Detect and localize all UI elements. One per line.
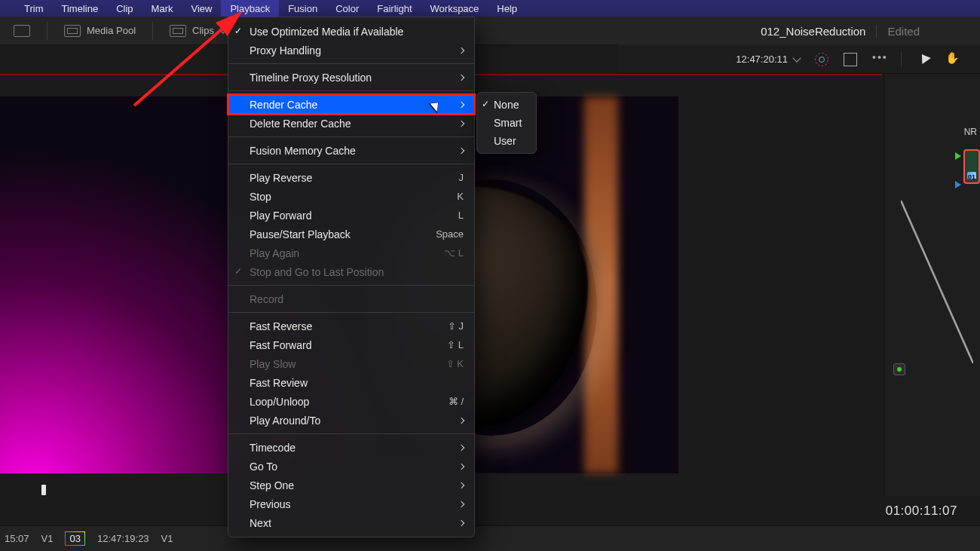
chevron-right-icon — [458, 120, 464, 126]
menu-mark[interactable]: Mark — [142, 0, 182, 17]
node-input-triangle-icon[interactable] — [955, 152, 961, 160]
submenu-item[interactable]: ✓None — [477, 96, 536, 114]
viewer-timecode[interactable]: 12:47:20:11 — [736, 54, 800, 65]
clips-icon — [170, 25, 186, 37]
chevron-right-icon — [458, 417, 464, 423]
menu-item-label: Fast Forward — [250, 339, 311, 351]
menu-item-label: Timeline Proxy Resolution — [250, 72, 372, 84]
node-output[interactable] — [893, 363, 905, 375]
menu-item-label: Next — [250, 517, 271, 529]
menu-item-label: Fast Reverse — [250, 320, 312, 332]
chevron-right-icon — [458, 74, 464, 80]
menu-view[interactable]: View — [182, 0, 221, 17]
menu-shortcut: L — [458, 210, 464, 221]
menu-item[interactable]: Timecode — [228, 438, 474, 457]
menu-item-label: Stop and Go to Last Position — [250, 266, 384, 278]
menu-item[interactable]: Play ReverseJ — [228, 168, 474, 187]
menu-item[interactable]: Fast Review — [228, 373, 474, 392]
submenu-item-label: None — [494, 99, 519, 111]
menu-item-label: Use Optimized Media if Available — [250, 26, 403, 38]
menu-item[interactable]: ✓Use Optimized Media if Available — [228, 22, 474, 41]
menu-item[interactable]: Step One — [228, 476, 474, 494]
menu-item[interactable]: Timeline Proxy Resolution — [228, 68, 474, 87]
separator — [47, 22, 47, 40]
menu-timeline[interactable]: Timeline — [53, 0, 108, 17]
clips-label: Clips — [192, 25, 214, 36]
menu-clip[interactable]: Clip — [107, 0, 142, 17]
submenu-item[interactable]: User — [477, 132, 536, 150]
menu-shortcut: ⇧ K — [446, 358, 464, 369]
menu-trim[interactable]: Trim — [15, 0, 53, 17]
checkmark-icon: ✓ — [234, 266, 242, 277]
menu-item[interactable]: Proxy Handling — [228, 41, 474, 60]
menu-fusion[interactable]: Fusion — [279, 0, 326, 17]
menu-item[interactable]: Fusion Memory Cache — [228, 141, 474, 160]
media-pool-label: Media Pool — [87, 25, 136, 36]
pan-tool-icon[interactable] — [945, 53, 959, 66]
menu-help[interactable]: Help — [488, 0, 526, 17]
menu-item-label: Timecode — [250, 442, 296, 454]
tool-unknown[interactable] — [8, 22, 36, 40]
node-thumbnail[interactable]: 01 — [963, 149, 980, 184]
pointer-tool-icon[interactable] — [917, 53, 930, 66]
image-wipe-icon[interactable] — [815, 53, 828, 66]
chevron-down-icon — [792, 54, 801, 62]
menu-item[interactable]: Fast Forward⇧ L — [228, 335, 474, 354]
menu-item[interactable]: Delete Render Cache — [228, 114, 474, 133]
node-graph[interactable]: NR 01 — [884, 74, 980, 496]
menu-item[interactable]: StopK — [228, 187, 474, 206]
menu-item[interactable]: Loop/Unloop⌘ / — [228, 392, 474, 411]
menu-item-label: Render Cache — [250, 99, 317, 111]
clip-header: 012_NoiseReduction Edited — [618, 17, 980, 45]
menu-item[interactable]: Go To — [228, 457, 474, 476]
chevron-right-icon — [458, 463, 464, 469]
menu-item[interactable]: Previous — [228, 494, 474, 513]
clip-number-chip[interactable]: 03 — [65, 531, 84, 546]
media-pool-button[interactable]: Media Pool — [58, 22, 142, 40]
menu-shortcut: J — [459, 172, 464, 183]
fullscreen-icon[interactable] — [844, 53, 857, 66]
node-link — [901, 201, 973, 363]
submenu-item-label: Smart — [494, 117, 522, 129]
thumbnail-strip: 15:07 V1 03 12:47:19:23 V1 — [0, 525, 980, 551]
menu-item-label: Play Forward — [250, 210, 311, 222]
checkmark-icon: ✓ — [234, 26, 242, 36]
node-number: 01 — [968, 173, 975, 181]
node-input-triangle-icon[interactable] — [955, 181, 961, 188]
menu-shortcut: ⇧ L — [447, 339, 464, 350]
menu-item-label: Play Reverse — [250, 172, 312, 184]
menu-playback[interactable]: Playback — [221, 0, 279, 17]
menu-item-label: Fusion Memory Cache — [250, 145, 356, 157]
viewer-timecode-value: 12:47:20:11 — [736, 54, 788, 65]
menubar: Trim Timeline Clip Mark View Playback Fu… — [0, 0, 980, 17]
menu-item-label: Step One — [250, 479, 294, 491]
menu-shortcut: ⇧ J — [448, 320, 464, 332]
menu-item[interactable]: Play ForwardL — [228, 206, 474, 225]
playhead-marker[interactable] — [41, 485, 46, 495]
separator — [901, 52, 902, 67]
menu-item[interactable]: Fast Reverse⇧ J — [228, 317, 474, 335]
menu-workspace[interactable]: Workspace — [421, 0, 488, 17]
menu-fairlight[interactable]: Fairlight — [368, 0, 421, 17]
strip-track: V1 — [41, 533, 54, 544]
node-label: NR — [964, 127, 977, 137]
menu-item[interactable]: Next — [228, 513, 474, 532]
menu-item-label: Loop/Unloop — [250, 396, 309, 408]
menu-item-label: Play Around/To — [250, 415, 320, 427]
menu-item: ✓Stop and Go to Last Position — [228, 262, 474, 281]
strip-timecode-2: 12:47:19:23 — [97, 533, 149, 544]
menu-shortcut: ⌥ L — [444, 247, 464, 259]
menu-item-label: Stop — [250, 191, 271, 203]
submenu-item[interactable]: Smart — [477, 114, 536, 132]
menu-item[interactable]: Play Around/To — [228, 411, 474, 430]
clips-dropdown[interactable]: Clips — [164, 22, 232, 40]
menu-item-label: Proxy Handling — [250, 44, 321, 57]
more-options-icon[interactable] — [872, 53, 886, 66]
chevron-right-icon — [458, 444, 464, 450]
menu-color[interactable]: Color — [326, 0, 368, 17]
checkmark-icon: ✓ — [482, 99, 489, 109]
menu-shortcut: ⌘ / — [449, 396, 464, 407]
chevron-right-icon — [458, 147, 464, 153]
menu-item[interactable]: Pause/Start PlaybackSpace — [228, 225, 474, 243]
chevron-right-icon — [458, 47, 464, 53]
